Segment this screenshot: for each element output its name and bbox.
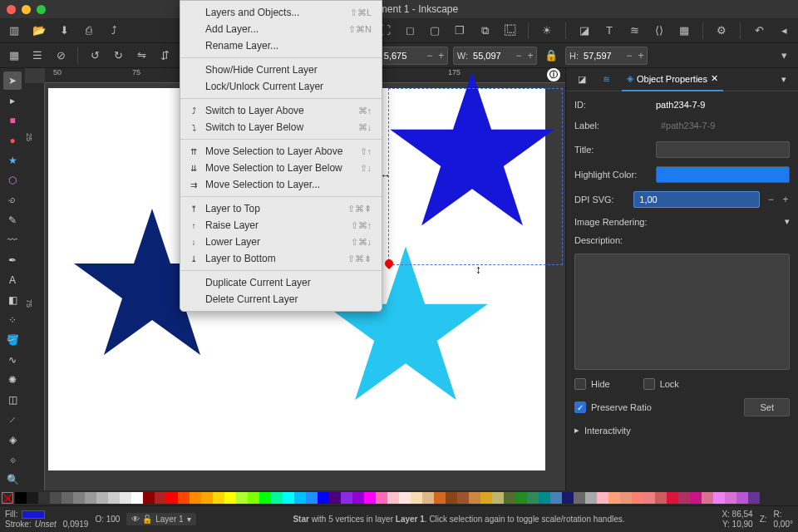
palette-swatch[interactable]	[96, 492, 108, 504]
palette-swatch[interactable]	[201, 492, 213, 504]
w-input[interactable]	[471, 51, 513, 61]
group-icon[interactable]: ⿺	[500, 22, 519, 40]
palette-swatch[interactable]	[259, 492, 271, 504]
interactivity-expander[interactable]: ▸ Interactivity	[574, 425, 790, 436]
palette-swatch[interactable]	[376, 492, 387, 504]
palette-swatch[interactable]	[585, 492, 597, 504]
menu-item[interactable]: ↓Lower Layer⇧⌘↓	[180, 234, 382, 250]
palette-swatch[interactable]	[306, 492, 318, 504]
palette-swatch[interactable]	[178, 492, 190, 504]
palette-swatch[interactable]	[446, 492, 457, 504]
gradient-tool[interactable]: ◧	[3, 291, 22, 309]
palette-swatch[interactable]	[434, 492, 446, 504]
palette-swatch[interactable]	[248, 492, 259, 504]
node-tool[interactable]: ▸	[3, 91, 22, 110]
menu-item[interactable]: ⇊Move Selection to Layer Below⇧↓	[180, 160, 382, 176]
description-textarea[interactable]	[574, 254, 790, 370]
palette-swatch[interactable]	[399, 492, 411, 504]
zoom-page-icon[interactable]: ▢	[426, 22, 444, 40]
palette-swatch[interactable]	[492, 492, 504, 504]
menu-item[interactable]: Layers and Objects...⇧⌘L	[180, 4, 382, 21]
palette-swatch[interactable]	[515, 492, 527, 504]
zoom-draw-icon[interactable]: ◻	[401, 22, 419, 40]
palette-swatch[interactable]	[620, 492, 632, 504]
palette-swatch[interactable]	[294, 492, 306, 504]
clone-icon[interactable]: ⧉	[475, 22, 494, 40]
hide-checkbox[interactable]	[574, 378, 586, 390]
palette-swatch[interactable]	[329, 492, 341, 504]
set-button[interactable]: Set	[744, 398, 790, 416]
sel-layers-icon[interactable]: ☰	[28, 47, 47, 65]
palette-swatch[interactable]	[411, 492, 422, 504]
palette-swatch[interactable]	[632, 492, 643, 504]
close-window[interactable]	[7, 5, 16, 14]
label-input[interactable]	[656, 118, 790, 133]
palette-swatch[interactable]	[690, 492, 702, 504]
fill-icon[interactable]: ◪	[575, 22, 594, 40]
title-input[interactable]	[656, 141, 790, 158]
dup-icon[interactable]: ❐	[451, 22, 469, 40]
panel-menu-icon[interactable]: ▾	[776, 68, 791, 91]
palette-swatch[interactable]	[318, 492, 329, 504]
palette-swatch[interactable]	[50, 492, 62, 504]
palette-swatch[interactable]	[597, 492, 608, 504]
palette-swatch[interactable]	[190, 492, 201, 504]
menu-item[interactable]: Add Layer...⇧⌘N	[180, 21, 382, 37]
text-tool[interactable]: A	[3, 271, 22, 289]
desel-icon[interactable]: ⊘	[52, 47, 70, 65]
export-icon[interactable]: ⤴	[105, 22, 123, 40]
text-icon[interactable]: T	[600, 22, 618, 40]
tweak-tool[interactable]: ∿	[3, 351, 22, 369]
palette-swatch[interactable]	[643, 492, 655, 504]
palette-swatch[interactable]	[539, 492, 550, 504]
palette-swatch[interactable]	[574, 492, 585, 504]
palette-swatch[interactable]	[550, 492, 562, 504]
undo-icon[interactable]: ↶	[750, 22, 768, 40]
w-spinner[interactable]: W: −+	[453, 47, 537, 65]
connector-tool[interactable]: ⟋	[3, 411, 22, 429]
maximize-window[interactable]	[37, 5, 46, 14]
palette-swatch[interactable]	[667, 492, 678, 504]
palette-swatch[interactable]	[120, 492, 131, 504]
menu-item[interactable]: ⤒Layer to Top⇧⌘⇞	[180, 200, 382, 217]
spray-tool[interactable]: ✺	[3, 371, 22, 389]
lock-aspect-icon[interactable]: 🔒	[542, 47, 560, 65]
star-tool[interactable]: ★	[3, 151, 22, 170]
palette-swatch[interactable]	[38, 492, 50, 504]
menu-item[interactable]: ⤓Layer to Bottom⇧⌘⇟	[180, 250, 382, 267]
palette-swatch[interactable]	[15, 492, 27, 504]
palette-swatch[interactable]	[73, 492, 85, 504]
y-input[interactable]	[382, 51, 424, 61]
print-icon[interactable]: ⎙	[80, 22, 98, 40]
menu-item[interactable]: ↑Raise Layer⇧⌘↑	[180, 217, 382, 234]
palette-swatch[interactable]	[504, 492, 515, 504]
layers-icon[interactable]: ≋	[625, 22, 643, 40]
bucket-tool[interactable]: 🪣	[3, 331, 22, 349]
palette-swatch[interactable]	[469, 492, 480, 504]
palette-swatch[interactable]	[108, 492, 120, 504]
id-value[interactable]: path234-7-9	[656, 100, 790, 110]
menu-item[interactable]: Duplicate Current Layer	[180, 274, 382, 291]
menu-item[interactable]: Lock/Unlock Current Layer	[180, 78, 382, 95]
menu-item[interactable]: Show/Hide Current Layer	[180, 62, 382, 78]
palette-swatch[interactable]	[736, 492, 748, 504]
palette-swatch[interactable]	[702, 492, 713, 504]
layer-indicator[interactable]: 👁 🔓 Layer 1 ▾	[126, 513, 195, 525]
rect-tool[interactable]: ■	[3, 111, 22, 130]
palette-swatch[interactable]	[713, 492, 725, 504]
sel-all-icon[interactable]: ▦	[5, 47, 23, 65]
brightness-icon[interactable]: ☀	[538, 22, 556, 40]
pen-tool[interactable]: ✎	[3, 211, 22, 229]
new-doc-icon[interactable]: ▥	[5, 22, 23, 40]
palette-swatch[interactable]	[143, 492, 155, 504]
palette-swatch[interactable]	[271, 492, 283, 504]
dpi-input[interactable]	[633, 191, 760, 208]
palette-swatch[interactable]	[131, 492, 143, 504]
highlight-color[interactable]	[656, 166, 790, 183]
palette-swatch[interactable]	[387, 492, 399, 504]
palette-swatch[interactable]	[236, 492, 248, 504]
rot-cw-icon[interactable]: ↻	[109, 47, 127, 65]
spiral-tool[interactable]: ꩜	[3, 191, 22, 209]
palette-swatch[interactable]	[678, 492, 690, 504]
measure-tool[interactable]: ⟐	[3, 451, 22, 469]
